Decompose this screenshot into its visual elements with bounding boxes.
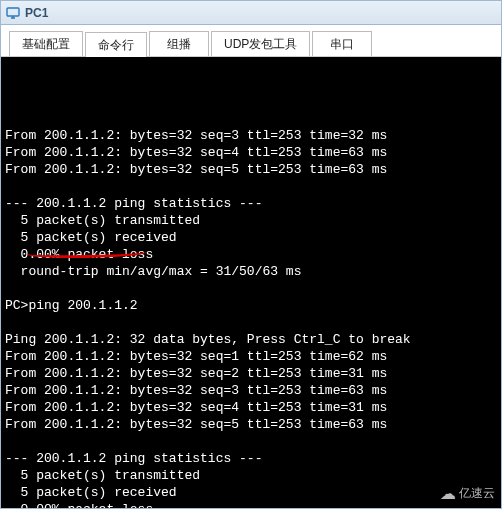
- tab-bar: 基础配置 命令行 组播 UDP发包工具 串口: [1, 25, 501, 57]
- terminal-line: 5 packet(s) transmitted: [5, 212, 497, 229]
- terminal-line: From 200.1.1.2: bytes=32 seq=1 ttl=253 t…: [5, 348, 497, 365]
- terminal-line: 0.00% packet loss: [5, 246, 497, 263]
- terminal-output[interactable]: ☁ 亿速云 From 200.1.1.2: bytes=32 seq=3 ttl…: [1, 57, 501, 508]
- terminal-line: From 200.1.1.2: bytes=32 seq=4 ttl=253 t…: [5, 144, 497, 161]
- terminal-line: From 200.1.1.2: bytes=32 seq=3 ttl=253 t…: [5, 382, 497, 399]
- terminal-line: 5 packet(s) received: [5, 229, 497, 246]
- app-icon: [5, 5, 21, 21]
- tab-basic-config[interactable]: 基础配置: [9, 31, 83, 56]
- terminal-line: --- 200.1.1.2 ping statistics ---: [5, 195, 497, 212]
- terminal-line: round-trip min/avg/max = 31/50/63 ms: [5, 263, 497, 280]
- terminal-line: From 200.1.1.2: bytes=32 seq=5 ttl=253 t…: [5, 161, 497, 178]
- terminal-line: Ping 200.1.1.2: 32 data bytes, Press Ctr…: [5, 331, 497, 348]
- tab-udp-tool[interactable]: UDP发包工具: [211, 31, 310, 56]
- app-window: PC1 基础配置 命令行 组播 UDP发包工具 串口 ☁ 亿速云 From 20…: [0, 0, 502, 509]
- terminal-line: [5, 280, 497, 297]
- terminal-line: From 200.1.1.2: bytes=32 seq=4 ttl=253 t…: [5, 399, 497, 416]
- terminal-line: 5 packet(s) received: [5, 484, 497, 501]
- svg-rect-0: [7, 8, 19, 16]
- terminal-line: PC>ping 200.1.1.2: [5, 297, 497, 314]
- terminal-line: From 200.1.1.2: bytes=32 seq=3 ttl=253 t…: [5, 127, 497, 144]
- terminal-line: [5, 314, 497, 331]
- tab-serial[interactable]: 串口: [312, 31, 372, 56]
- terminal-line: --- 200.1.1.2 ping statistics ---: [5, 450, 497, 467]
- window-title: PC1: [25, 6, 48, 20]
- terminal-line: [5, 178, 497, 195]
- terminal-line: From 200.1.1.2: bytes=32 seq=5 ttl=253 t…: [5, 416, 497, 433]
- tab-command-line[interactable]: 命令行: [85, 32, 147, 57]
- title-bar[interactable]: PC1: [1, 1, 501, 25]
- tab-multicast[interactable]: 组播: [149, 31, 209, 56]
- terminal-line: [5, 433, 497, 450]
- terminal-line: 0.00% packet loss: [5, 501, 497, 508]
- terminal-line: 5 packet(s) transmitted: [5, 467, 497, 484]
- terminal-line: From 200.1.1.2: bytes=32 seq=2 ttl=253 t…: [5, 365, 497, 382]
